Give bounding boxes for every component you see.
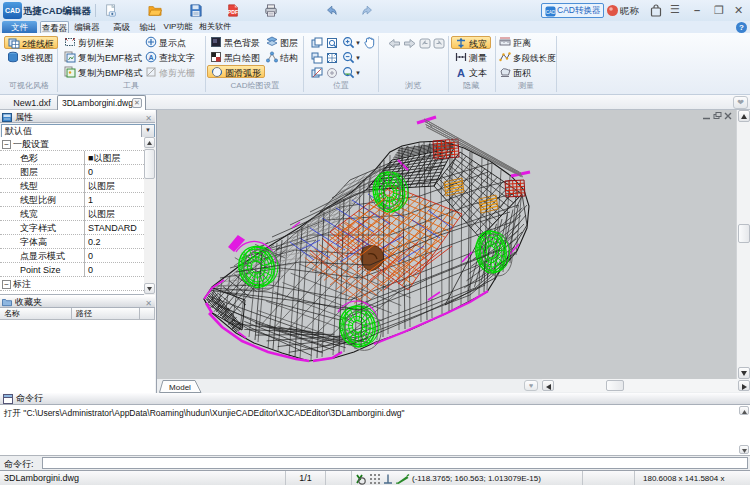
svg-text:CAD: CAD bbox=[546, 10, 556, 15]
svg-text:Model: Model bbox=[169, 383, 191, 392]
svg-text:PDF: PDF bbox=[228, 9, 238, 15]
svg-text:A: A bbox=[457, 67, 465, 79]
svg-text:A: A bbox=[148, 54, 153, 61]
